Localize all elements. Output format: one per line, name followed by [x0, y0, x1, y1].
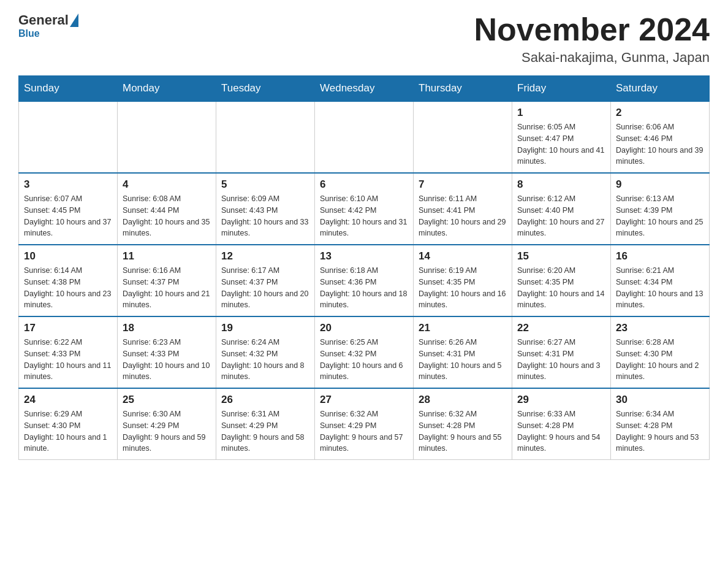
calendar-cell: 17Sunrise: 6:22 AM Sunset: 4:33 PM Dayli…: [19, 316, 118, 388]
location-subtitle: Sakai-nakajima, Gunma, Japan: [474, 50, 710, 66]
day-info: Sunrise: 6:32 AM Sunset: 4:28 PM Dayligh…: [419, 408, 507, 454]
day-info: Sunrise: 6:26 AM Sunset: 4:31 PM Dayligh…: [419, 337, 507, 383]
day-number: 7: [419, 178, 507, 191]
calendar-cell: 21Sunrise: 6:26 AM Sunset: 4:31 PM Dayli…: [414, 316, 512, 388]
day-number: 24: [24, 394, 112, 406]
day-info: Sunrise: 6:19 AM Sunset: 4:35 PM Dayligh…: [419, 265, 507, 311]
logo-triangle-icon: [70, 13, 78, 27]
calendar-cell: 5Sunrise: 6:09 AM Sunset: 4:43 PM Daylig…: [216, 173, 315, 245]
weekday-header-tuesday: Tuesday: [216, 76, 315, 102]
day-number: 1: [517, 107, 605, 119]
calendar-cell: 8Sunrise: 6:12 AM Sunset: 4:40 PM Daylig…: [512, 173, 611, 245]
calendar-table: SundayMondayTuesdayWednesdayThursdayFrid…: [18, 75, 710, 460]
calendar-week-row: 3Sunrise: 6:07 AM Sunset: 4:45 PM Daylig…: [19, 173, 710, 245]
calendar-cell: 3Sunrise: 6:07 AM Sunset: 4:45 PM Daylig…: [19, 173, 118, 245]
day-info: Sunrise: 6:23 AM Sunset: 4:33 PM Dayligh…: [123, 337, 211, 383]
day-info: Sunrise: 6:17 AM Sunset: 4:37 PM Dayligh…: [221, 265, 309, 311]
day-info: Sunrise: 6:12 AM Sunset: 4:40 PM Dayligh…: [517, 193, 605, 239]
day-info: Sunrise: 6:25 AM Sunset: 4:32 PM Dayligh…: [320, 337, 408, 383]
day-number: 21: [419, 322, 507, 334]
weekday-header-thursday: Thursday: [414, 76, 512, 102]
day-number: 28: [419, 394, 507, 406]
day-info: Sunrise: 6:31 AM Sunset: 4:29 PM Dayligh…: [221, 408, 309, 454]
day-info: Sunrise: 6:24 AM Sunset: 4:32 PM Dayligh…: [221, 337, 309, 383]
day-info: Sunrise: 6:20 AM Sunset: 4:35 PM Dayligh…: [517, 265, 605, 311]
day-number: 14: [419, 250, 507, 262]
day-number: 20: [320, 322, 408, 334]
calendar-cell: 23Sunrise: 6:28 AM Sunset: 4:30 PM Dayli…: [611, 316, 710, 388]
calendar-week-row: 17Sunrise: 6:22 AM Sunset: 4:33 PM Dayli…: [19, 316, 710, 388]
day-number: 6: [320, 178, 408, 191]
day-number: 4: [123, 178, 211, 191]
day-info: Sunrise: 6:30 AM Sunset: 4:29 PM Dayligh…: [123, 408, 211, 454]
day-number: 23: [616, 322, 704, 334]
day-number: 5: [221, 178, 309, 191]
calendar-cell: 20Sunrise: 6:25 AM Sunset: 4:32 PM Dayli…: [315, 316, 414, 388]
calendar-cell: 15Sunrise: 6:20 AM Sunset: 4:35 PM Dayli…: [512, 245, 611, 316]
month-title: November 2024: [474, 12, 710, 47]
page-header: General Blue November 2024 Sakai-nakajim…: [18, 12, 710, 66]
calendar-cell: 11Sunrise: 6:16 AM Sunset: 4:37 PM Dayli…: [118, 245, 216, 316]
day-info: Sunrise: 6:08 AM Sunset: 4:44 PM Dayligh…: [123, 193, 211, 239]
logo-general-text: General: [18, 12, 69, 28]
calendar-cell: 25Sunrise: 6:30 AM Sunset: 4:29 PM Dayli…: [118, 388, 216, 460]
day-number: 22: [517, 322, 605, 334]
calendar-header-row: SundayMondayTuesdayWednesdayThursdayFrid…: [19, 76, 710, 102]
day-info: Sunrise: 6:05 AM Sunset: 4:47 PM Dayligh…: [517, 121, 605, 167]
calendar-cell: 18Sunrise: 6:23 AM Sunset: 4:33 PM Dayli…: [118, 316, 216, 388]
calendar-cell: [19, 101, 118, 173]
day-info: Sunrise: 6:16 AM Sunset: 4:37 PM Dayligh…: [123, 265, 211, 311]
day-info: Sunrise: 6:29 AM Sunset: 4:30 PM Dayligh…: [24, 408, 112, 454]
calendar-cell: 16Sunrise: 6:21 AM Sunset: 4:34 PM Dayli…: [611, 245, 710, 316]
day-info: Sunrise: 6:32 AM Sunset: 4:29 PM Dayligh…: [320, 408, 408, 454]
calendar-cell: [118, 101, 216, 173]
day-number: 11: [123, 250, 211, 262]
day-number: 8: [517, 178, 605, 191]
day-info: Sunrise: 6:06 AM Sunset: 4:46 PM Dayligh…: [616, 121, 704, 167]
calendar-cell: 12Sunrise: 6:17 AM Sunset: 4:37 PM Dayli…: [216, 245, 315, 316]
calendar-cell: [414, 101, 512, 173]
calendar-cell: 22Sunrise: 6:27 AM Sunset: 4:31 PM Dayli…: [512, 316, 611, 388]
weekday-header-sunday: Sunday: [19, 76, 118, 102]
calendar-week-row: 10Sunrise: 6:14 AM Sunset: 4:38 PM Dayli…: [19, 245, 710, 316]
calendar-cell: 19Sunrise: 6:24 AM Sunset: 4:32 PM Dayli…: [216, 316, 315, 388]
day-number: 19: [221, 322, 309, 334]
day-info: Sunrise: 6:28 AM Sunset: 4:30 PM Dayligh…: [616, 337, 704, 383]
day-info: Sunrise: 6:34 AM Sunset: 4:28 PM Dayligh…: [616, 408, 704, 454]
day-number: 25: [123, 394, 211, 406]
day-number: 2: [616, 107, 704, 119]
day-info: Sunrise: 6:09 AM Sunset: 4:43 PM Dayligh…: [221, 193, 309, 239]
calendar-cell: 26Sunrise: 6:31 AM Sunset: 4:29 PM Dayli…: [216, 388, 315, 460]
day-info: Sunrise: 6:14 AM Sunset: 4:38 PM Dayligh…: [24, 265, 112, 311]
day-number: 16: [616, 250, 704, 262]
calendar-cell: 14Sunrise: 6:19 AM Sunset: 4:35 PM Dayli…: [414, 245, 512, 316]
calendar-cell: 27Sunrise: 6:32 AM Sunset: 4:29 PM Dayli…: [315, 388, 414, 460]
day-info: Sunrise: 6:11 AM Sunset: 4:41 PM Dayligh…: [419, 193, 507, 239]
calendar-cell: 7Sunrise: 6:11 AM Sunset: 4:41 PM Daylig…: [414, 173, 512, 245]
day-number: 27: [320, 394, 408, 406]
calendar-cell: 6Sunrise: 6:10 AM Sunset: 4:42 PM Daylig…: [315, 173, 414, 245]
weekday-header-monday: Monday: [118, 76, 216, 102]
weekday-header-wednesday: Wednesday: [315, 76, 414, 102]
calendar-cell: [315, 101, 414, 173]
day-number: 29: [517, 394, 605, 406]
calendar-cell: 30Sunrise: 6:34 AM Sunset: 4:28 PM Dayli…: [611, 388, 710, 460]
day-info: Sunrise: 6:13 AM Sunset: 4:39 PM Dayligh…: [616, 193, 704, 239]
calendar-cell: 2Sunrise: 6:06 AM Sunset: 4:46 PM Daylig…: [611, 101, 710, 173]
day-info: Sunrise: 6:21 AM Sunset: 4:34 PM Dayligh…: [616, 265, 704, 311]
day-number: 10: [24, 250, 112, 262]
calendar-cell: 1Sunrise: 6:05 AM Sunset: 4:47 PM Daylig…: [512, 101, 611, 173]
calendar-cell: [216, 101, 315, 173]
day-number: 12: [221, 250, 309, 262]
day-info: Sunrise: 6:18 AM Sunset: 4:36 PM Dayligh…: [320, 265, 408, 311]
day-info: Sunrise: 6:27 AM Sunset: 4:31 PM Dayligh…: [517, 337, 605, 383]
day-info: Sunrise: 6:33 AM Sunset: 4:28 PM Dayligh…: [517, 408, 605, 454]
title-area: November 2024 Sakai-nakajima, Gunma, Jap…: [474, 12, 710, 66]
calendar-cell: 9Sunrise: 6:13 AM Sunset: 4:39 PM Daylig…: [611, 173, 710, 245]
day-number: 26: [221, 394, 309, 406]
day-number: 15: [517, 250, 605, 262]
calendar-cell: 10Sunrise: 6:14 AM Sunset: 4:38 PM Dayli…: [19, 245, 118, 316]
day-number: 13: [320, 250, 408, 262]
day-number: 30: [616, 394, 704, 406]
day-info: Sunrise: 6:10 AM Sunset: 4:42 PM Dayligh…: [320, 193, 408, 239]
